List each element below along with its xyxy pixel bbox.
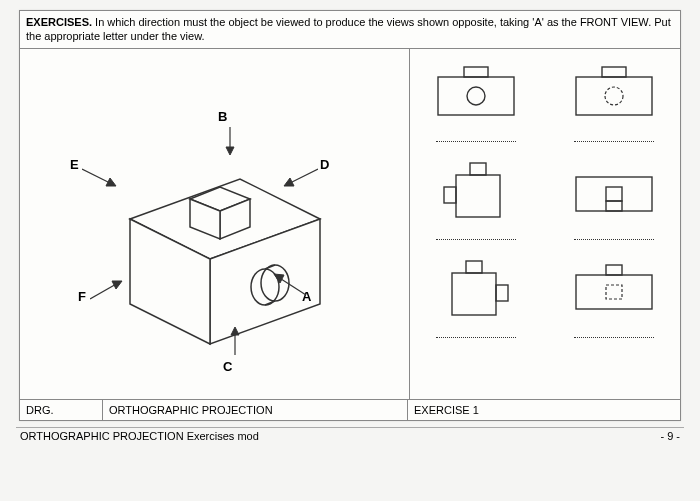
tb-drg: DRG.: [20, 400, 103, 420]
svg-rect-29: [470, 163, 486, 175]
answer-line-6[interactable]: [574, 337, 654, 339]
label-F: F: [78, 289, 86, 304]
svg-rect-30: [444, 187, 456, 203]
svg-rect-38: [606, 285, 622, 299]
svg-marker-21: [231, 327, 239, 335]
tb-projection: ORTHOGRAPHIC PROJECTION: [103, 400, 408, 420]
svg-rect-34: [452, 273, 496, 315]
label-C: C: [223, 359, 232, 374]
view-5-drawing: [426, 255, 526, 325]
arrow-F: [90, 277, 130, 307]
view-1: [421, 59, 531, 143]
svg-marker-19: [112, 281, 122, 289]
svg-point-24: [467, 87, 485, 105]
page-footer: ORTHOGRAPHIC PROJECTION Exercises mod - …: [16, 427, 684, 444]
svg-rect-35: [466, 261, 482, 273]
view-2: [559, 59, 669, 143]
svg-marker-13: [106, 178, 116, 186]
svg-rect-33: [606, 201, 622, 211]
view-1-drawing: [426, 59, 526, 129]
svg-rect-26: [602, 67, 626, 77]
svg-point-27: [605, 87, 623, 105]
svg-line-12: [82, 169, 112, 184]
svg-rect-25: [576, 77, 652, 115]
svg-rect-37: [576, 275, 652, 309]
svg-rect-36: [496, 285, 508, 301]
header-text: In which direction must the object be vi…: [26, 16, 671, 42]
svg-rect-31: [576, 177, 652, 211]
isometric-panel: B E D A F: [20, 49, 410, 399]
exercise-sheet: EXERCISES. In which direction must the o…: [19, 10, 681, 421]
arrow-B: [220, 127, 240, 157]
view-6: [559, 255, 669, 339]
header-title: EXERCISES.: [26, 16, 92, 28]
answer-line-5[interactable]: [436, 337, 516, 339]
arrow-D: [278, 164, 318, 194]
arrow-E: [82, 164, 122, 194]
svg-rect-22: [438, 77, 514, 115]
view-6-drawing: [564, 255, 664, 325]
answer-line-3[interactable]: [436, 239, 516, 241]
view-3-drawing: [426, 157, 526, 227]
view-4: [559, 157, 669, 241]
views-panel: [410, 49, 680, 399]
label-E: E: [70, 157, 79, 172]
svg-line-14: [288, 169, 318, 184]
arrow-C: [225, 327, 245, 357]
label-B: B: [218, 109, 227, 124]
answer-line-4[interactable]: [574, 239, 654, 241]
answer-line-1[interactable]: [436, 141, 516, 143]
svg-rect-28: [456, 175, 500, 217]
footer-left: ORTHOGRAPHIC PROJECTION Exercises mod: [20, 430, 259, 442]
svg-rect-32: [606, 187, 622, 201]
main-area: B E D A F: [20, 49, 680, 399]
footer-page: - 9 -: [660, 430, 680, 442]
view-2-drawing: [564, 59, 664, 129]
svg-marker-17: [274, 274, 284, 283]
svg-rect-23: [464, 67, 488, 77]
tb-exercise: EXERCISE 1: [408, 400, 680, 420]
arrow-A: [270, 269, 310, 299]
view-5: [421, 255, 531, 339]
view-3: [421, 157, 531, 241]
svg-marker-15: [284, 178, 294, 186]
instructions-header: EXERCISES. In which direction must the o…: [20, 11, 680, 49]
label-D: D: [320, 157, 329, 172]
answer-line-2[interactable]: [574, 141, 654, 143]
svg-rect-39: [606, 265, 622, 275]
svg-marker-11: [226, 147, 234, 155]
view-4-drawing: [564, 157, 664, 227]
title-block: DRG. ORTHOGRAPHIC PROJECTION EXERCISE 1: [20, 399, 680, 420]
views-grid: [416, 59, 674, 339]
